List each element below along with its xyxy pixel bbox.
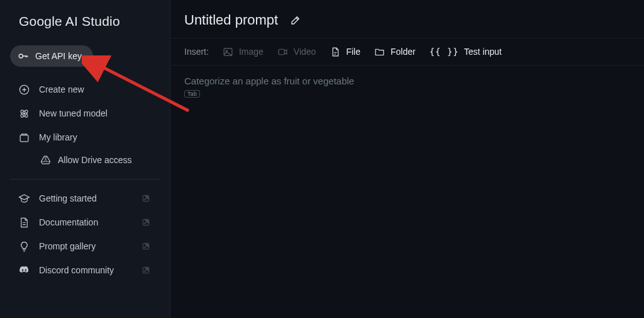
- tab-hint-chip: Tab: [184, 90, 200, 98]
- external-link-icon: [140, 240, 152, 253]
- sidebar-item-allow-drive-access[interactable]: Allow Drive access: [31, 149, 160, 171]
- svg-point-4: [23, 113, 25, 114]
- nav-label: My library: [39, 132, 77, 142]
- nav-label: Getting started: [39, 193, 97, 203]
- insert-test-input-button[interactable]: {{ }} Test input: [430, 47, 502, 57]
- sidebar-item-prompt-gallery[interactable]: Prompt gallery: [10, 235, 160, 258]
- folder-icon: [374, 46, 386, 57]
- sidebar-item-discord-community[interactable]: Discord community: [10, 259, 160, 281]
- insert-item-label: File: [346, 47, 360, 57]
- nav-label: New tuned model: [39, 108, 108, 118]
- insert-video-button: Video: [277, 46, 316, 57]
- insert-item-label: Test input: [464, 47, 502, 57]
- nav-secondary: Getting started Documentation: [10, 187, 160, 281]
- external-link-icon: [140, 216, 152, 229]
- insert-label: Insert:: [184, 47, 209, 57]
- insert-file-button[interactable]: File: [330, 46, 360, 57]
- nav-label: Discord community: [39, 265, 114, 275]
- sidebar-item-documentation[interactable]: Documentation: [10, 211, 160, 234]
- svg-rect-12: [279, 49, 284, 55]
- prompt-input[interactable]: Categorize an apple as fruit or vegetabl…: [170, 65, 644, 318]
- nav-label: Documentation: [39, 217, 98, 227]
- title-row: Untitled prompt: [170, 0, 644, 38]
- nav-label: Prompt gallery: [39, 241, 96, 251]
- sidebar-item-getting-started[interactable]: Getting started: [10, 187, 160, 210]
- nav-label: Create new: [39, 84, 84, 94]
- brand-title: Google AI Studio: [10, 13, 160, 42]
- video-icon: [277, 46, 289, 57]
- school-icon: [18, 192, 30, 205]
- api-key-label: Get API key: [35, 51, 82, 61]
- main-content: Untitled prompt Insert: Image: [170, 0, 644, 318]
- insert-item-label: Image: [239, 47, 264, 57]
- discord-icon: [18, 264, 30, 276]
- insert-item-label: Folder: [391, 47, 416, 57]
- external-link-icon: [140, 264, 152, 276]
- atom-icon: [18, 107, 30, 120]
- insert-toolbar: Insert: Image Video File: [170, 38, 644, 65]
- prompt-placeholder: Categorize an apple as fruit or vegetabl…: [184, 76, 630, 86]
- nav-sub: Allow Drive access: [10, 149, 160, 171]
- page-title: Untitled prompt: [184, 12, 278, 28]
- edit-title-button[interactable]: [287, 11, 304, 29]
- pencil-icon: [290, 14, 301, 26]
- external-link-icon: [140, 192, 152, 205]
- sidebar-item-new-tuned-model[interactable]: New tuned model: [10, 102, 160, 125]
- nav-label: Allow Drive access: [58, 155, 131, 165]
- svg-point-0: [19, 54, 23, 58]
- insert-folder-button[interactable]: Folder: [374, 46, 416, 57]
- file-icon: [330, 46, 341, 57]
- get-api-key-button[interactable]: Get API key: [10, 45, 93, 67]
- svg-rect-5: [20, 135, 28, 141]
- insert-item-label: Video: [294, 47, 316, 57]
- insert-image-button: Image: [223, 46, 264, 57]
- drive-icon: [39, 154, 52, 166]
- braces-icon: {{ }}: [430, 47, 459, 57]
- sidebar-item-my-library[interactable]: My library: [10, 126, 160, 149]
- document-icon: [18, 216, 30, 229]
- sidebar: Google AI Studio Get API key Create new: [0, 0, 170, 318]
- sidebar-item-create-new[interactable]: Create new: [10, 78, 160, 101]
- add-circle-icon: [18, 83, 30, 96]
- lightbulb-icon: [18, 240, 30, 253]
- library-icon: [18, 131, 30, 144]
- image-icon: [223, 46, 234, 57]
- divider: [10, 179, 160, 179]
- nav-primary: Create new New tuned model My library: [10, 78, 160, 149]
- key-icon: [18, 50, 29, 62]
